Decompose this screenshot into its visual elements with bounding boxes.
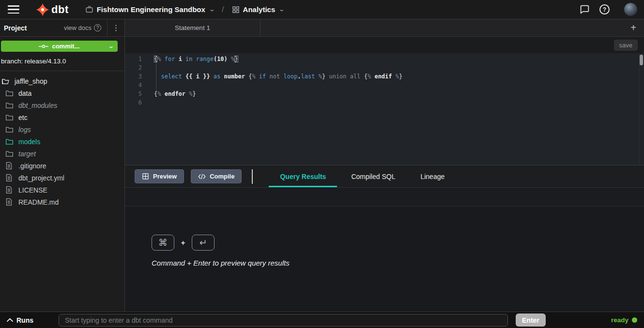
indent-guide <box>156 62 156 90</box>
plus-separator: + <box>181 239 185 247</box>
tree-item-readme[interactable]: README.md <box>0 196 124 208</box>
folder-open-icon <box>2 77 10 85</box>
hamburger-menu-icon[interactable] <box>8 5 19 14</box>
file-icon <box>6 162 14 170</box>
tab-lineage[interactable]: Lineage <box>408 165 457 187</box>
chevron-down-icon: ⌄ <box>108 44 114 49</box>
shortcut-hint-keys: ⌘ + ↵ <box>152 235 644 251</box>
tree-item-models[interactable]: models <box>0 135 124 148</box>
code-line: 4 <box>125 81 644 89</box>
kebab-icon: ⋮ <box>112 23 120 32</box>
project-name: Analytics <box>243 5 276 14</box>
chat-icon[interactable] <box>580 4 590 15</box>
tree-item-gitignore[interactable]: .gitignore <box>0 160 124 172</box>
folder-icon <box>6 150 14 158</box>
folder-icon <box>6 126 14 134</box>
results-toolbar: Preview Compile Query Results Compiled S… <box>125 165 644 188</box>
results-panel: ⌘ + ↵ Command + Enter to preview query r… <box>125 207 644 312</box>
file-tree: jaffle_shop data dbt_modules <box>0 71 124 208</box>
save-button[interactable]: save <box>614 40 638 51</box>
chevron-down-icon: ⌄ <box>209 6 215 13</box>
commit-button[interactable]: commit... ⌄ <box>1 41 118 52</box>
code-line: 5{% endfor %} <box>125 89 644 98</box>
dbt-command-input[interactable] <box>59 314 508 327</box>
tab-statement-1[interactable]: Statement 1 <box>125 19 261 36</box>
code-line: 1{% for i in range(10) %} <box>125 55 644 63</box>
account-name: Fishtown Engineering Sandbox <box>97 5 205 14</box>
code-lines: 1{% for i in range(10) %}23 select {{ i … <box>125 55 644 107</box>
code-icon <box>198 173 206 180</box>
sidebar: Project view docs ? ⋮ commit... ⌄ branch… <box>0 19 125 312</box>
avatar[interactable] <box>624 3 637 16</box>
shortcut-hint-text: Command + Enter to preview query results <box>152 259 644 267</box>
main-area: Project view docs ? ⋮ commit... ⌄ branch… <box>0 19 644 312</box>
status-indicator: ready <box>611 316 637 324</box>
tree-item-data[interactable]: data <box>0 87 124 99</box>
table-icon <box>142 173 149 180</box>
tree-item-dbt-project-yml[interactable]: dbt_project.yml <box>0 172 124 184</box>
folder-icon <box>6 138 14 146</box>
sidebar-header: Project view docs ? ⋮ <box>0 19 124 37</box>
breadcrumb-separator: / <box>222 5 224 14</box>
dbt-flame-icon <box>36 3 49 16</box>
command-key-icon: ⌘ <box>152 235 174 251</box>
toolbar-divider <box>252 169 253 184</box>
branch-label: branch: release/4.13.0 <box>1 58 124 65</box>
tree-item-dbt-modules[interactable]: dbt_modules <box>0 99 124 111</box>
top-bar: dbt Fishtown Engineering Sandbox ⌄ / Ana… <box>0 0 644 19</box>
enter-key-icon: ↵ <box>192 235 215 251</box>
git-commit-icon <box>39 44 48 49</box>
enter-button[interactable]: Enter <box>516 313 546 327</box>
folder-icon <box>6 114 14 121</box>
file-icon <box>6 174 14 182</box>
file-icon <box>6 198 14 206</box>
editor-column: Statement 1 + save 1{% for i in range(10… <box>125 19 644 312</box>
scrollbar-track <box>639 53 640 165</box>
briefcase-icon <box>85 5 93 14</box>
dbt-logo[interactable]: dbt <box>36 3 69 16</box>
account-switcher[interactable]: Fishtown Engineering Sandbox ⌄ <box>85 5 214 14</box>
status-label: ready <box>611 316 629 324</box>
tab-compiled-sql[interactable]: Compiled SQL <box>338 165 408 187</box>
question-circle-icon: ? <box>94 24 101 31</box>
folder-icon <box>6 89 14 97</box>
tree-item-license[interactable]: LICENSE <box>0 184 124 196</box>
runs-toggle[interactable]: Runs <box>7 316 33 324</box>
bottom-bar: Runs Enter ready <box>0 312 644 328</box>
code-line: 2 <box>125 63 644 72</box>
grid-icon <box>232 6 240 14</box>
sidebar-menu-button[interactable]: ⋮ <box>107 19 124 36</box>
status-dot-icon <box>632 317 637 323</box>
help-icon[interactable]: ? <box>599 4 610 15</box>
chevron-down-icon: ⌄ <box>278 6 285 13</box>
results-tabs: Query Results Compiled SQL Lineage <box>267 165 457 187</box>
tab-query-results[interactable]: Query Results <box>267 165 338 187</box>
tree-item-jaffle-shop[interactable]: jaffle_shop <box>0 75 124 87</box>
project-switcher[interactable]: Analytics ⌄ <box>232 5 284 14</box>
editor-action-row: save <box>125 37 644 53</box>
new-tab-button[interactable]: + <box>628 22 639 33</box>
preview-button[interactable]: Preview <box>135 169 184 183</box>
chevron-up-icon <box>7 318 13 322</box>
dbt-wordmark: dbt <box>51 3 69 16</box>
tree-item-logs[interactable]: logs <box>0 123 124 135</box>
compile-button[interactable]: Compile <box>191 169 242 183</box>
results-subheader <box>125 188 644 207</box>
file-icon <box>6 186 14 194</box>
view-docs-link[interactable]: view docs ? <box>64 24 107 31</box>
sidebar-title: Project <box>4 24 27 32</box>
tree-item-etc[interactable]: etc <box>0 111 124 123</box>
editor-tab-bar: Statement 1 + <box>125 19 644 37</box>
scrollbar-thumb[interactable] <box>640 55 643 65</box>
code-line: 6 <box>125 98 644 107</box>
code-editor[interactable]: 1{% for i in range(10) %}23 select {{ i … <box>125 53 644 165</box>
code-line: 3 select {{ i }} as number {% if not loo… <box>125 72 644 81</box>
tree-item-target[interactable]: target <box>0 148 124 160</box>
folder-icon <box>6 102 14 109</box>
